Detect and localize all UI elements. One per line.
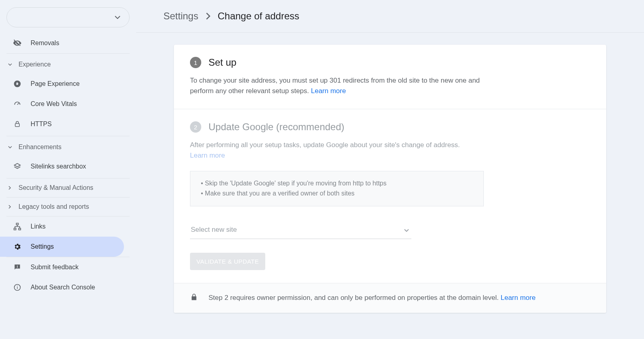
lock-icon bbox=[190, 292, 198, 304]
sidebar-item-label: Links bbox=[31, 223, 45, 230]
breadcrumb-root[interactable]: Settings bbox=[163, 10, 198, 22]
lock-icon bbox=[13, 120, 22, 128]
sidebar-item-feedback[interactable]: Submit feedback bbox=[0, 257, 136, 277]
sidebar-section-enhancements[interactable]: Enhancements bbox=[0, 138, 136, 156]
step-1-header: 1 Set up bbox=[190, 57, 590, 68]
sidebar-group-experience: Experience Page Experience Core Web Vita… bbox=[0, 54, 136, 136]
change-address-card: 1 Set up To change your site address, yo… bbox=[174, 45, 606, 313]
validate-update-button[interactable]: VALIDATE & UPDATE bbox=[190, 253, 265, 270]
svg-rect-3 bbox=[14, 228, 16, 230]
permission-note: Step 2 requires owner permission, and ca… bbox=[208, 294, 536, 302]
sidebar-section-label: Security & Manual Actions bbox=[19, 184, 93, 191]
sidebar-item-label: About Search Console bbox=[31, 284, 95, 291]
step-number-badge: 2 bbox=[190, 121, 201, 133]
svg-rect-2 bbox=[17, 223, 19, 225]
select-new-site[interactable]: Select new site bbox=[190, 222, 411, 239]
sidebar-item-https[interactable]: HTTPS bbox=[0, 114, 136, 134]
breadcrumb: Settings Change of address bbox=[136, 10, 644, 33]
tip-line: • Skip the 'Update Google' step if you'r… bbox=[201, 179, 473, 189]
step-2: 2 Update Google (recommended) After perf… bbox=[174, 109, 606, 283]
svg-rect-4 bbox=[19, 228, 21, 230]
sidebar-item-removals[interactable]: Removals bbox=[0, 33, 136, 53]
sidebar-item-core-web-vitals[interactable]: Core Web Vitals bbox=[0, 94, 136, 114]
svg-point-9 bbox=[17, 286, 18, 287]
visibility-off-icon bbox=[13, 39, 22, 48]
property-selector[interactable] bbox=[6, 7, 130, 27]
sidebar-item-label: Removals bbox=[31, 40, 59, 47]
chevron-right-icon bbox=[206, 12, 211, 20]
permission-footer: Step 2 requires owner permission, and ca… bbox=[174, 283, 606, 313]
sidebar-item-label: Page Experience bbox=[31, 80, 80, 87]
select-placeholder: Select new site bbox=[191, 226, 237, 234]
info-icon bbox=[13, 283, 22, 291]
sidebar-section-label: Legacy tools and reports bbox=[19, 203, 89, 210]
sidebar-section-legacy[interactable]: Legacy tools and reports bbox=[0, 198, 136, 216]
sidebar-group-enhancements: Enhancements Sitelinks searchbox bbox=[0, 136, 136, 178]
sitemap-icon bbox=[13, 223, 22, 231]
permission-note-text: Step 2 requires owner permission, and ca… bbox=[208, 294, 501, 302]
sidebar: Removals Experience Page Experience C bbox=[0, 0, 136, 339]
sidebar-item-sitelinks[interactable]: Sitelinks searchbox bbox=[0, 156, 136, 177]
sidebar-item-label: HTTPS bbox=[31, 121, 52, 128]
sidebar-section-experience[interactable]: Experience bbox=[0, 55, 136, 74]
sidebar-item-label: Settings bbox=[31, 243, 54, 250]
caret-down-icon bbox=[115, 16, 120, 19]
step-2-header: 2 Update Google (recommended) bbox=[190, 121, 590, 133]
tips-box: • Skip the 'Update Google' step if you'r… bbox=[190, 171, 484, 206]
sidebar-section-security[interactable]: Security & Manual Actions bbox=[0, 179, 136, 197]
sidebar-item-links[interactable]: Links bbox=[0, 216, 136, 237]
caret-down-icon bbox=[404, 226, 409, 234]
step-1-description: To change your site address, you must se… bbox=[190, 75, 496, 96]
speed-icon bbox=[13, 100, 22, 108]
step-2-title: Update Google (recommended) bbox=[208, 121, 345, 133]
step-2-description: After performing all your setup tasks, u… bbox=[190, 140, 496, 160]
step-1-title: Set up bbox=[208, 57, 236, 68]
svg-rect-1 bbox=[15, 124, 20, 127]
sidebar-item-settings[interactable]: Settings bbox=[0, 237, 124, 257]
app-root: Removals Experience Page Experience C bbox=[0, 0, 644, 339]
sidebar-item-page-experience[interactable]: Page Experience bbox=[0, 74, 136, 94]
feedback-icon bbox=[13, 263, 22, 271]
svg-rect-6 bbox=[17, 267, 18, 268]
step-number-badge: 1 bbox=[190, 57, 201, 68]
caret-right-icon bbox=[8, 186, 13, 190]
step-1: 1 Set up To change your site address, yo… bbox=[174, 45, 606, 109]
tip-line: • Make sure that you are a verified owne… bbox=[201, 189, 473, 199]
learn-more-link[interactable]: Learn more bbox=[501, 294, 536, 302]
layers-icon bbox=[13, 162, 22, 171]
sidebar-item-label: Submit feedback bbox=[31, 264, 78, 271]
learn-more-link[interactable]: Learn more bbox=[311, 87, 346, 95]
content-area: 1 Set up To change your site address, yo… bbox=[136, 33, 644, 329]
sidebar-item-label: Sitelinks searchbox bbox=[31, 163, 86, 170]
svg-rect-5 bbox=[17, 266, 18, 267]
caret-right-icon bbox=[8, 205, 13, 209]
breadcrumb-current: Change of address bbox=[218, 10, 299, 22]
caret-down-icon bbox=[8, 146, 13, 148]
sidebar-section-label: Experience bbox=[19, 61, 51, 68]
sidebar-item-about[interactable]: About Search Console bbox=[0, 277, 136, 297]
step-2-desc-text: After performing all your setup tasks, u… bbox=[190, 141, 460, 149]
sidebar-item-label: Core Web Vitals bbox=[31, 100, 77, 108]
thumbs-badge-icon bbox=[13, 80, 22, 88]
gear-icon bbox=[13, 243, 22, 251]
learn-more-link[interactable]: Learn more bbox=[190, 152, 225, 159]
sidebar-section-label: Enhancements bbox=[19, 144, 62, 151]
main-content: Settings Change of address 1 Set up To c… bbox=[136, 0, 644, 339]
caret-down-icon bbox=[8, 63, 13, 66]
